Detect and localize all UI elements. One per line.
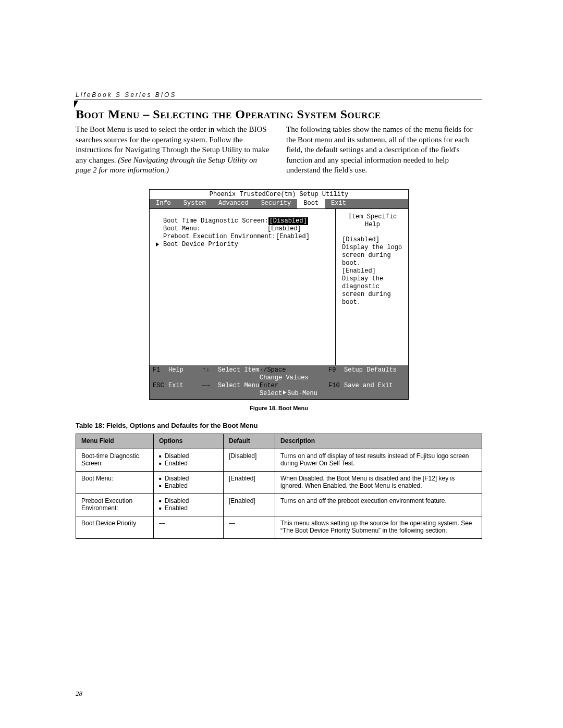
table-row: Boot-time Diagnostic Screen: Disabled En… <box>76 449 482 471</box>
bios-tab-info: Info <box>150 199 177 208</box>
bios-item-label: Boot Menu: <box>163 225 267 233</box>
bios-item-pxe: Preboot Execution Environment: [Enabled] <box>163 233 330 241</box>
bios-body: Boot Time Diagnostic Screen: [Disabled] … <box>150 208 408 365</box>
cell-default: — <box>224 516 275 538</box>
key-esc: ESC <box>153 382 168 390</box>
key-f9: F9 <box>328 366 344 374</box>
option-item: Disabled <box>159 497 219 504</box>
bios-item-value: [Enabled] <box>267 225 301 233</box>
cell-menu: Boot Device Priority <box>76 516 154 538</box>
figure-caption: Figure 18. Boot Menu <box>76 405 482 411</box>
bios-tab-exit: Exit <box>325 199 352 208</box>
fields-table: Menu Field Options Default Description B… <box>76 434 482 539</box>
cell-menu: Boot-time Diagnostic Screen: <box>76 449 154 471</box>
bios-tabs: Info System Advanced Security Boot Exit <box>150 199 408 208</box>
table-row: Boot Device Priority — — This menu allow… <box>76 516 482 538</box>
cell-desc: This menu allows setting up the source f… <box>275 516 482 538</box>
key-action: Select Item <box>218 366 259 374</box>
cell-desc: Turns on and off the preboot execution e… <box>275 493 482 516</box>
option-item: Disabled <box>159 452 219 460</box>
key-f1: F1 <box>153 366 168 374</box>
submenu-arrow-icon <box>283 390 286 394</box>
key-action: Select Sub-Menu <box>260 390 317 398</box>
key-updown: ↑↓ <box>202 366 218 374</box>
bios-help-title: Item Specific Help <box>342 213 403 229</box>
bios-tab-system: System <box>177 199 212 208</box>
key-action: Select Menu <box>218 382 259 390</box>
bios-left-pane: Boot Time Diagnostic Screen: [Disabled] … <box>150 209 336 365</box>
key-action: Help <box>168 366 183 374</box>
bios-tab-security: Security <box>255 199 298 208</box>
key-space: -/Space <box>260 366 289 374</box>
th-default: Default <box>224 434 275 449</box>
cell-options: Disabled Enabled <box>154 493 224 516</box>
table-title: Table 18: Fields, Options and Defaults f… <box>76 422 482 429</box>
page: LifeBook S Series BIOS Boot Menu – Selec… <box>0 0 563 728</box>
bios-help-line: Display the logo screen during boot. <box>342 244 403 267</box>
head-marker-icon <box>74 101 78 108</box>
table-header-row: Menu Field Options Default Description <box>76 434 482 449</box>
cell-default: [Disabled] <box>224 449 275 471</box>
cell-options: Disabled Enabled <box>154 449 224 471</box>
th-options: Options <box>154 434 224 449</box>
cell-default: [Enabled] <box>224 471 275 493</box>
bios-tab-advanced: Advanced <box>212 199 255 208</box>
bios-item-label: Boot Time Diagnostic Screen: <box>163 217 268 225</box>
option-item: Enabled <box>159 460 219 467</box>
bios-item-bootmenu: Boot Menu: [Enabled] <box>163 225 330 233</box>
cell-options: — <box>154 516 224 538</box>
option-item: Disabled <box>159 475 219 482</box>
key-f10: F10 <box>328 382 344 390</box>
option-item: Enabled <box>159 482 219 489</box>
bios-help-body: [Disabled] Display the logo screen durin… <box>342 236 403 306</box>
cell-desc: Turns on and off display of test results… <box>275 449 482 471</box>
cell-desc: When Disabled, the Boot Menu is disabled… <box>275 471 482 493</box>
th-desc: Description <box>275 434 482 449</box>
cell-menu: Preboot Execution Environment: <box>76 493 154 516</box>
running-head-text: LifeBook S Series BIOS <box>76 91 176 98</box>
key-enter: Enter <box>260 382 289 390</box>
page-number: 28 <box>76 689 82 698</box>
cell-menu: Boot Menu: <box>76 471 154 493</box>
key-action: Exit <box>168 382 183 390</box>
bios-help-line: Display the diagnostic screen during boo… <box>342 275 403 306</box>
bios-title: Phoenix TrustedCore(tm) Setup Utility <box>150 190 408 199</box>
bios-screenshot: Phoenix TrustedCore(tm) Setup Utility In… <box>149 189 409 400</box>
table-row: Preboot Execution Environment: Disabled … <box>76 493 482 516</box>
bios-item-label: Boot Device Priority <box>163 241 267 249</box>
key-leftright: ←→ <box>202 382 218 390</box>
key-action: Save and Exit <box>344 382 393 390</box>
bios-footer-row2: ESCExit ←→Select Menu EnterSelect Sub-Me… <box>153 382 405 398</box>
section-title: Boot Menu – Selecting the Operating Syst… <box>76 107 482 121</box>
bios-footer: F1Help ↑↓Select Item -/SpaceChange Value… <box>150 365 408 399</box>
key-action: Change Values <box>260 374 309 382</box>
key-action: Setup Defaults <box>344 366 397 374</box>
bios-item-priority: Boot Device Priority <box>163 241 330 249</box>
intro-right: The following tables show the names of t… <box>286 125 482 176</box>
table-row: Boot Menu: Disabled Enabled [Enabled] Wh… <box>76 471 482 493</box>
bios-help-line: [Enabled] <box>342 267 403 275</box>
cell-default: [Enabled] <box>224 493 275 516</box>
cell-options: Disabled Enabled <box>154 471 224 493</box>
bios-footer-row1: F1Help ↑↓Select Item -/SpaceChange Value… <box>153 366 405 382</box>
bios-item-label: Preboot Execution Environment: <box>163 233 276 241</box>
submenu-arrow-icon <box>156 242 159 246</box>
bios-help-line: [Disabled] <box>342 236 403 244</box>
intro-left: The Boot Menu is used to select the orde… <box>76 125 272 176</box>
option-item: Enabled <box>159 504 219 512</box>
bios-right-pane: Item Specific Help [Disabled] Display th… <box>336 209 408 365</box>
intro-columns: The Boot Menu is used to select the orde… <box>76 125 482 176</box>
th-menu: Menu Field <box>76 434 154 449</box>
bios-item-diagnostic: Boot Time Diagnostic Screen: [Disabled] <box>163 217 330 225</box>
running-head: LifeBook S Series BIOS <box>76 91 482 100</box>
bios-item-value: [Enabled] <box>276 233 310 241</box>
bios-tab-boot: Boot <box>297 199 325 208</box>
bios-item-value: [Disabled] <box>268 217 308 225</box>
